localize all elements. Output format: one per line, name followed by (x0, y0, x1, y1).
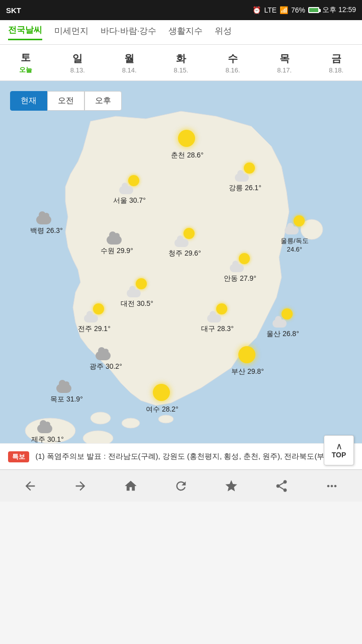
day-date-1: 8.13. (52, 66, 104, 74)
city-mokpo: 목포 31.9° (50, 373, 83, 404)
view-current-btn[interactable]: 현재 (10, 91, 47, 111)
time-label: 오후 12:59 (322, 6, 356, 15)
city-jeju: 제주 30.1° (31, 413, 64, 443)
city-ulleung-temp: 24.6° (287, 246, 303, 253)
day-name-1: 일 (52, 52, 104, 65)
alarm-icon: ⏰ (252, 6, 261, 14)
city-baengnyeong-label: 백령 26.3° (30, 226, 63, 235)
city-chuncheon-label: 춘천 28.6° (171, 151, 204, 160)
nav-tabs: 전국날씨 미세먼지 바다·바람·강수 생활지수 위성 (8, 24, 354, 44)
day-date-2: 8.14. (104, 66, 155, 74)
day-name-5: 목 (258, 52, 310, 65)
city-jeonju: 전주 29.1° (78, 302, 111, 334)
day-item-5[interactable]: 목 8.17. (258, 52, 310, 74)
city-baengnyeong: 백령 26.3° (30, 204, 63, 235)
city-mokpo-label: 목포 31.9° (50, 395, 83, 404)
refresh-button[interactable] (166, 473, 196, 499)
battery-icon (308, 7, 319, 13)
city-seoul: 서울 30.7° (113, 174, 146, 205)
day-date-3: 8.15. (155, 66, 207, 74)
city-gangneung-label: 강릉 26.1° (229, 184, 261, 193)
bookmark-button[interactable] (216, 473, 246, 499)
city-suwon: 수원 29.9° (101, 224, 133, 256)
home-button[interactable] (116, 473, 146, 499)
day-date-6: 8.18. (310, 66, 362, 74)
lte-label: LTE (264, 6, 277, 14)
city-jeju-label: 제주 30.1° (31, 435, 64, 443)
city-andong-label: 안동 27.9° (224, 274, 256, 283)
svg-point-5 (122, 418, 140, 428)
day-name-3: 화 (155, 52, 207, 65)
view-morning-btn[interactable]: 오전 (47, 91, 84, 111)
day-item-4[interactable]: 수 8.16. (207, 52, 258, 74)
city-jeonju-label: 전주 29.1° (78, 325, 111, 334)
view-afternoon-btn[interactable]: 오후 (84, 91, 122, 111)
tab-national[interactable]: 전국날씨 (8, 24, 42, 40)
city-daegu: 대구 28.3° (201, 302, 234, 334)
city-ulleung: 울릉/독도 24.6° (281, 214, 309, 253)
city-gangneung: 강릉 26.1° (229, 162, 261, 193)
city-yeosu-label: 여수 28.2° (146, 405, 178, 414)
tab-dust[interactable]: 미세먼지 (54, 25, 88, 40)
day-selector: 토 오늘 일 8.13. 월 8.14. 화 8.15. 수 8.16. 목 8… (0, 45, 362, 81)
day-name-6: 금 (310, 52, 362, 65)
refresh-icon (174, 479, 188, 493)
forward-button[interactable] (65, 473, 96, 499)
back-button[interactable] (15, 473, 45, 499)
city-yeosu: 여수 28.2° (146, 383, 178, 414)
top-arrow-icon: ∧ (336, 442, 342, 451)
day-date-5: 8.17. (258, 66, 310, 74)
weather-map: 현재 오전 오후 춘천 28.6° 강릉 26.1° 서울 30.7° (0, 81, 362, 443)
svg-point-2 (83, 431, 113, 443)
more-button[interactable] (317, 473, 347, 499)
city-busan-label: 부산 29.8° (231, 367, 264, 376)
view-toggle: 현재 오전 오후 (10, 91, 122, 111)
city-ulsan-label: 울산 26.8° (266, 330, 299, 339)
city-gwangju: 광주 30.2° (89, 340, 122, 371)
top-label: TOP (332, 451, 346, 459)
city-ulleung-label: 울릉/독도 (281, 236, 309, 246)
day-name-2: 월 (104, 52, 155, 65)
app-header: 전국날씨 미세먼지 바다·바람·강수 생활지수 위성 (0, 20, 362, 45)
share-button[interactable] (266, 473, 297, 499)
share-icon (275, 479, 289, 493)
day-item-2[interactable]: 월 8.14. (104, 52, 155, 74)
city-chuncheon: 춘천 28.6° (171, 129, 204, 160)
city-andong: 안동 27.9° (224, 252, 256, 283)
bottom-nav (0, 469, 362, 502)
alert-row: 특보 (1) 폭염주의보 발표 : 전라남도(구례), 강원도 (홍천평지, 횡… (8, 451, 354, 462)
alert-text: (1) 폭염주의보 발표 : 전라남도(구례), 강원도 (홍천평지, 횡성, … (35, 452, 343, 460)
day-item-3[interactable]: 화 8.15. (155, 52, 207, 74)
city-daegu-label: 대구 28.3° (201, 325, 234, 334)
forward-icon (73, 479, 87, 493)
city-cheongju: 청주 29.6° (168, 227, 201, 258)
back-icon (23, 479, 37, 493)
city-busan: 부산 29.8° (231, 345, 264, 376)
day-item-0[interactable]: 토 오늘 (0, 51, 52, 74)
city-suwon-label: 수원 29.9° (101, 247, 133, 256)
star-icon (224, 479, 238, 493)
city-gwangju-label: 광주 30.2° (89, 362, 122, 371)
city-seoul-label: 서울 30.7° (113, 196, 146, 205)
city-daejeon-label: 대전 30.5° (121, 299, 153, 308)
carrier-label: SKT (6, 6, 21, 15)
tab-life[interactable]: 생활지수 (168, 25, 203, 40)
city-ulsan: 울산 26.8° (266, 307, 299, 339)
svg-point-4 (90, 412, 111, 424)
city-daejeon: 대전 30.5° (121, 277, 153, 308)
day-item-1[interactable]: 일 8.13. (52, 52, 104, 74)
more-icon (325, 479, 339, 493)
battery-label: 76% (291, 6, 305, 14)
day-date-0: 오늘 (0, 65, 52, 74)
day-name-4: 수 (207, 52, 258, 65)
alert-badge: 특보 (8, 451, 29, 462)
city-cheongju-label: 청주 29.6° (168, 249, 201, 258)
status-right: ⏰ LTE 📶 76% 오후 12:59 (252, 6, 356, 15)
top-button[interactable]: ∧ TOP (324, 435, 354, 465)
day-date-4: 8.16. (207, 66, 258, 74)
tab-satellite[interactable]: 위성 (215, 25, 232, 40)
status-bar: SKT ⏰ LTE 📶 76% 오후 12:59 (0, 0, 362, 20)
home-icon (124, 479, 138, 493)
day-item-6[interactable]: 금 8.18. (310, 52, 362, 74)
tab-sea[interactable]: 바다·바람·강수 (101, 25, 156, 40)
